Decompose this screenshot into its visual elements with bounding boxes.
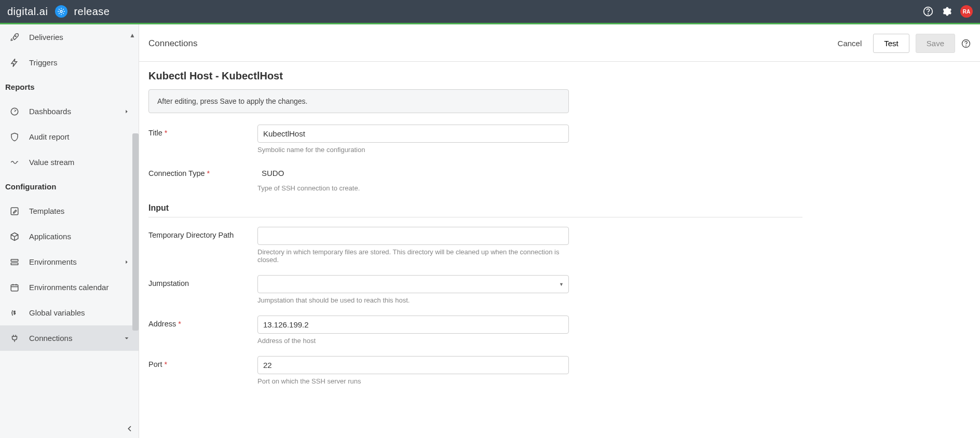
top-bar: digital.ai release RA [0, 0, 980, 23]
avatar[interactable]: RA [960, 5, 973, 18]
sidebar: ▲ Deliveries Triggers Reports Dashboards [0, 24, 139, 438]
sidebar-item-label: Triggers [29, 58, 57, 67]
sidebar-item-deliveries[interactable]: Deliveries [0, 24, 139, 50]
cube-icon [9, 231, 20, 242]
sidebar-item-label: Deliveries [29, 33, 63, 42]
wave-icon [9, 157, 20, 168]
port-label: Port* [148, 356, 257, 368]
scroll-up-icon[interactable]: ▲ [129, 32, 135, 39]
svg-rect-7 [11, 263, 18, 265]
cancel-button[interactable]: Cancel [833, 35, 867, 52]
content-heading: Kubectl Host - KubectlHost [148, 70, 971, 82]
sidebar-item-global-variables[interactable]: Global variables [0, 300, 139, 325]
tmp-path-label: Temporary Directory Path [148, 227, 257, 239]
jumpstation-help: Jumpstation that should be used to reach… [257, 296, 569, 304]
pencil-box-icon [9, 206, 20, 216]
jumpstation-label: Jumpstation [148, 275, 257, 288]
chevron-right-icon [124, 259, 129, 265]
main-content: Connections Cancel Test Save Kubectl Hos… [139, 24, 980, 438]
port-help: Port on which the SSH server runs [257, 377, 569, 385]
connection-type-label: Connection Type* [148, 165, 257, 177]
calendar-icon [9, 282, 20, 293]
svg-point-10 [966, 46, 967, 46]
address-input[interactable] [257, 316, 569, 334]
sidebar-scrollbar[interactable] [132, 133, 139, 331]
sidebar-item-label: Audit report [29, 132, 70, 141]
sidebar-collapse-button[interactable] [124, 422, 136, 435]
test-button[interactable]: Test [873, 34, 909, 53]
bolt-icon [9, 58, 20, 68]
sidebar-item-label: Connections [29, 334, 72, 343]
brand: digital.ai release [7, 5, 110, 18]
sidebar-item-label: Templates [29, 207, 64, 215]
sidebar-section-configuration: Configuration [0, 175, 139, 198]
context-help-icon[interactable] [961, 39, 971, 48]
help-icon[interactable] [923, 6, 933, 17]
gear-icon[interactable] [942, 6, 952, 17]
port-input[interactable] [257, 356, 569, 374]
brand-product-icon [55, 5, 67, 18]
sidebar-item-label: Value stream [29, 158, 74, 167]
chevron-right-icon [124, 109, 129, 114]
sidebar-item-triggers[interactable]: Triggers [0, 50, 139, 75]
title-label: Title* [148, 125, 257, 137]
sidebar-item-environments-calendar[interactable]: Environments calendar [0, 275, 139, 300]
address-label: Address* [148, 316, 257, 328]
topbar-actions: RA [923, 5, 973, 18]
sidebar-section-reports: Reports [0, 75, 139, 99]
connection-type-help: Type of SSH connection to create. [257, 184, 569, 192]
shield-icon [9, 132, 20, 142]
sidebar-item-label: Environments calendar [29, 283, 108, 292]
sidebar-item-audit-report[interactable]: Audit report [0, 124, 139, 149]
tmp-path-help: Directory in which temporary files are s… [257, 248, 569, 264]
rocket-icon [9, 32, 20, 43]
title-help: Symbolic name for the configuration [257, 146, 569, 154]
stack-icon [9, 257, 20, 267]
sidebar-item-value-stream[interactable]: Value stream [0, 149, 139, 175]
svg-rect-6 [11, 259, 18, 261]
connection-type-value: SUDO [257, 165, 569, 181]
sidebar-item-templates[interactable]: Templates [0, 198, 139, 224]
tmp-path-input[interactable] [257, 227, 569, 245]
page-title: Connections [148, 38, 198, 49]
svg-rect-8 [11, 284, 18, 291]
brand-logo-digital-ai: digital.ai [7, 6, 48, 18]
plug-icon [9, 333, 20, 344]
sidebar-item-label: Applications [29, 232, 71, 241]
address-help: Address of the host [257, 337, 569, 345]
sidebar-item-applications[interactable]: Applications [0, 224, 139, 249]
jumpstation-select[interactable] [257, 275, 569, 293]
title-input[interactable] [257, 125, 569, 143]
chevron-down-icon [124, 336, 129, 341]
save-button[interactable]: Save [916, 34, 955, 53]
sidebar-item-environments[interactable]: Environments [0, 249, 139, 275]
notice-banner: After editing, press Save to apply the c… [148, 89, 569, 113]
svg-point-2 [928, 14, 929, 15]
sidebar-item-dashboards[interactable]: Dashboards [0, 99, 139, 124]
gauge-icon [9, 106, 20, 117]
sidebar-item-label: Dashboards [29, 107, 71, 116]
sidebar-item-connections[interactable]: Connections [0, 325, 139, 351]
sidebar-item-label: Environments [29, 257, 77, 266]
page-header: Connections Cancel Test Save [139, 24, 980, 62]
input-section-heading: Input [148, 203, 802, 217]
svg-point-0 [60, 10, 62, 12]
brand-product-name: release [74, 6, 110, 18]
dollar-braces-icon [9, 308, 20, 318]
svg-point-3 [16, 36, 17, 37]
sidebar-item-label: Global variables [29, 308, 85, 317]
